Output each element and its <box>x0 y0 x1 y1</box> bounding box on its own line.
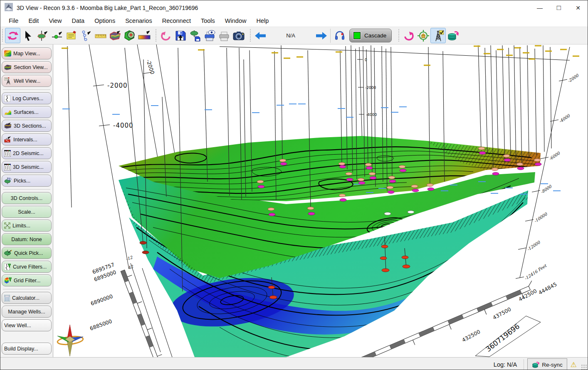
depth-right-tick: -12000 <box>526 239 541 252</box>
intervals-label: Intervals... <box>13 137 37 143</box>
toolbar-grip[interactable] <box>249 29 252 42</box>
intervals-button[interactable]: Intervals... <box>2 133 52 146</box>
resync-label: Re-sync <box>542 362 563 368</box>
color-scale-button[interactable] <box>137 28 151 43</box>
resize-grip[interactable] <box>581 364 587 370</box>
menu-reconnect[interactable]: Reconnect <box>157 17 196 24</box>
point-pick-button[interactable] <box>49 28 64 43</box>
well-icon <box>4 77 12 84</box>
menu-window[interactable]: Window <box>220 17 252 24</box>
menu-view[interactable]: View <box>44 17 67 24</box>
picks-icon <box>4 178 12 184</box>
toolbar-grip[interactable] <box>155 29 158 42</box>
print-preview-button[interactable] <box>202 28 217 43</box>
depth-left-tick: -4000 <box>113 122 133 129</box>
depth-right-tick: -6000 <box>548 150 561 161</box>
depth-inner-tick: 0 <box>365 58 367 62</box>
window-controls: — □ ✕ <box>530 0 588 15</box>
snapshot-button[interactable] <box>231 28 246 43</box>
map-view-button[interactable]: Map View... <box>2 47 52 59</box>
cascade-label: Cascade <box>364 32 386 39</box>
surfaces-button[interactable]: Surfaces... <box>2 106 52 118</box>
edit-surface-button[interactable] <box>108 28 122 43</box>
menu-options[interactable]: Options <box>89 17 120 24</box>
sections-3d-button[interactable]: 3D Sections... <box>2 120 52 132</box>
sections-3d-label: 3D Sections... <box>14 123 46 129</box>
menu-help[interactable]: Help <box>251 17 274 24</box>
well-nav-value: N/A <box>267 32 314 39</box>
undo-button[interactable] <box>158 28 173 43</box>
easting-tick: 437500 <box>492 306 512 321</box>
refresh-view-button[interactable] <box>401 28 416 43</box>
maximize-button[interactable]: □ <box>549 0 568 15</box>
previous-well-button[interactable] <box>253 28 267 43</box>
log-curve-icon <box>4 95 10 102</box>
quick-pick-button[interactable]: Quick Pick... <box>2 247 52 259</box>
view-well-label: View Well... <box>4 323 31 328</box>
scale-button[interactable]: Scale... <box>2 206 52 218</box>
menu-file[interactable]: File <box>4 17 23 24</box>
picks-button[interactable]: Picks... <box>2 175 52 187</box>
scale-label: Scale... <box>18 209 35 215</box>
calculator-button[interactable]: Calculator... <box>2 292 52 304</box>
cascade-color-swatch <box>353 32 361 39</box>
save-picks-button[interactable] <box>188 28 202 43</box>
rotate-view-button[interactable] <box>5 28 20 43</box>
controls-3d-label: 3D Controls... <box>11 195 42 201</box>
resync-button[interactable]: Re-sync <box>527 358 567 370</box>
grid-filter-icon <box>4 277 12 284</box>
headset-button[interactable] <box>332 28 347 43</box>
manage-wells-label: Manage Wells... <box>8 309 45 315</box>
northing-tick: 6890000 <box>90 293 114 307</box>
menu-edit[interactable]: Edit <box>23 17 44 24</box>
menu-tools[interactable]: Tools <box>196 17 220 24</box>
minimize-button[interactable]: — <box>530 0 549 15</box>
menu-scenarios[interactable]: Scenarios <box>120 17 157 24</box>
grid-filter-button[interactable]: Grid Filter... <box>2 274 52 286</box>
datum-button[interactable]: Datum: None <box>2 233 52 245</box>
select-arrow-button[interactable] <box>20 28 35 43</box>
map-view-label: Map View... <box>13 51 40 57</box>
well-view-button[interactable]: Well View... <box>2 75 52 87</box>
build-display-label: Build Display... <box>4 346 38 352</box>
measure-ruler-button[interactable] <box>93 28 108 43</box>
seismic-3d-button[interactable]: 3D Seismic... <box>2 161 52 173</box>
annotate-note-button[interactable] <box>64 28 79 43</box>
digitize-path-button[interactable] <box>79 28 93 43</box>
save-view-button[interactable] <box>173 28 188 43</box>
cascade-button[interactable]: Cascade <box>349 29 392 42</box>
pick-ellipse-button[interactable] <box>35 28 49 43</box>
surface-icon <box>4 109 12 115</box>
limits-button[interactable]: Limits... <box>2 220 52 232</box>
curve-filters-label: Curve Filters... <box>13 264 47 270</box>
view-well-button[interactable]: View Well... <box>2 319 52 331</box>
close-button[interactable]: ✕ <box>568 0 588 15</box>
surfaces-label: Surfaces... <box>14 109 39 115</box>
controls-3d-button[interactable]: 3D Controls... <box>2 192 52 204</box>
quick-pick-icon <box>4 250 12 256</box>
main-area: Map View... Section View... Well View... <box>0 44 588 357</box>
log-curves-button[interactable]: Log Curves... <box>2 92 52 104</box>
toolbar: N/A Cascade <box>0 27 588 44</box>
3d-viewport[interactable]: -2000 -4000 -2000 0 -2000 -4000 -6000 -2… <box>53 44 588 357</box>
section-view-button[interactable]: Section View... <box>2 61 52 73</box>
menu-data[interactable]: Data <box>67 17 90 24</box>
wells-visibility-button[interactable] <box>430 28 446 43</box>
log-curves-label: Log Curves... <box>12 96 43 101</box>
zoom-region-button[interactable] <box>122 28 137 43</box>
curve-filter-icon <box>4 264 11 270</box>
toolbar-grip[interactable] <box>398 29 400 42</box>
toolbar-grip[interactable] <box>1 29 4 42</box>
seismic-2d-button[interactable]: 2D Seismic... <box>2 147 52 159</box>
manage-wells-button[interactable]: Manage Wells... <box>2 306 52 318</box>
curve-filters-button[interactable]: Curve Filters... <box>2 261 52 273</box>
center-home-button[interactable] <box>416 28 430 43</box>
3d-scene[interactable]: -2000 -4000 -2000 0 -2000 -4000 -6000 -2… <box>53 44 588 357</box>
depth-right-tick: -4000 <box>558 113 571 124</box>
seismic-3d-label: 3D Seismic... <box>13 164 44 170</box>
print-button[interactable] <box>217 28 231 43</box>
database-sync-button[interactable] <box>446 28 460 43</box>
calculator-icon <box>4 295 10 301</box>
next-well-button[interactable] <box>314 28 329 43</box>
build-display-button[interactable]: Build Display... <box>2 343 52 355</box>
